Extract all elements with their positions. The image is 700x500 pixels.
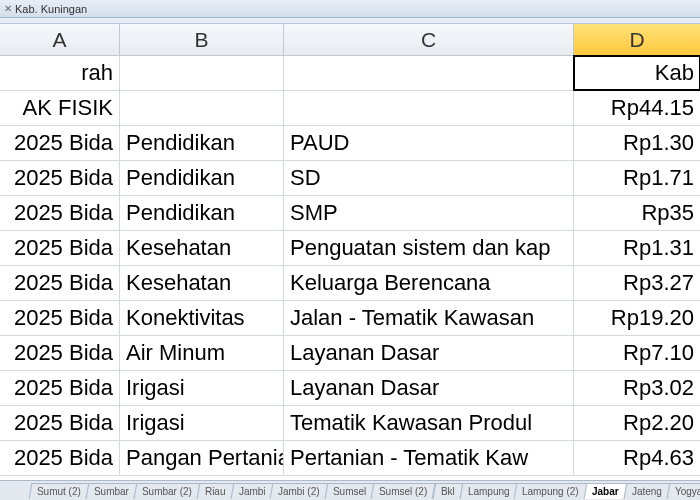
sheet-tab[interactable]: Lampung (2) (514, 483, 588, 499)
cell-b[interactable]: Pangan Pertanian (120, 441, 284, 475)
cell-c[interactable]: SMP (284, 196, 574, 230)
sheet-tab[interactable]: Sumsel (2) (371, 483, 436, 499)
table-row: 2025 BidaKonektivitasJalan - Tematik Kaw… (0, 301, 700, 336)
cell-b[interactable]: Air Minum (120, 336, 284, 370)
col-header-a[interactable]: A (0, 24, 120, 55)
cell-a[interactable]: 2025 Bida (0, 231, 120, 265)
sheet-tab[interactable]: Sumsel (324, 483, 374, 499)
cell-b[interactable]: Konektivitas (120, 301, 284, 335)
table-row: AK FISIKRp44.15 (0, 91, 700, 126)
cell-c[interactable]: SD (284, 161, 574, 195)
spreadsheet-grid[interactable]: A B C D rahKabAK FISIKRp44.15 2025 BidaP… (0, 24, 700, 476)
cell-a[interactable]: 2025 Bida (0, 371, 120, 405)
cell-a[interactable]: 2025 Bida (0, 441, 120, 475)
title-bar: ✕ Kab. Kuningan (0, 0, 700, 18)
window-title: Kab. Kuningan (15, 3, 87, 15)
sheet-tab[interactable]: Bkl (432, 483, 463, 499)
sheet-tab[interactable]: Lampung (459, 483, 518, 499)
cell-a[interactable]: 2025 Bida (0, 336, 120, 370)
table-row: 2025 BidaPendidikanPAUDRp1.30 (0, 126, 700, 161)
cell-a[interactable]: 2025 Bida (0, 406, 120, 440)
cell-a[interactable]: 2025 Bida (0, 301, 120, 335)
cell-b[interactable]: Pendidikan (120, 161, 284, 195)
close-icon[interactable]: ✕ (4, 3, 12, 14)
sheet-tab[interactable]: Riau (197, 483, 234, 499)
cell-d[interactable]: Rp1.71 (574, 161, 700, 195)
cell-c[interactable] (284, 56, 574, 90)
cell-d[interactable]: Rp3.27 (574, 266, 700, 300)
sheet-tab[interactable]: Jambi (230, 483, 274, 499)
cell-b[interactable] (120, 56, 284, 90)
cell-d[interactable]: Rp7.10 (574, 336, 700, 370)
cell-d[interactable]: Rp19.20 (574, 301, 700, 335)
table-row: 2025 BidaKesehatanPenguatan sistem dan k… (0, 231, 700, 266)
cell-b[interactable]: Kesehatan (120, 266, 284, 300)
table-row: 2025 BidaPendidikanSMPRp35 (0, 196, 700, 231)
table-row: 2025 BidaPangan PertanianPertanian - Tem… (0, 441, 700, 476)
sheet-tab[interactable]: Sumut (2) (29, 483, 90, 499)
cell-c[interactable]: Tematik Kawasan Produl (284, 406, 574, 440)
cell-a[interactable]: rah (0, 56, 120, 90)
cell-c[interactable]: Penguatan sistem dan kap (284, 231, 574, 265)
sheet-tab[interactable]: Jabar (584, 483, 628, 499)
sheet-tabs: Sumut (2)SumbarSumbar (2)RiauJambiJambi … (0, 480, 700, 500)
cell-a[interactable]: 2025 Bida (0, 266, 120, 300)
cell-d[interactable]: Rp35 (574, 196, 700, 230)
cell-b[interactable]: Irigasi (120, 406, 284, 440)
sheet-tab[interactable]: Yogya (666, 483, 700, 499)
table-row: 2025 BidaIrigasiTematik Kawasan ProdulRp… (0, 406, 700, 441)
cell-c[interactable]: PAUD (284, 126, 574, 160)
column-headers: A B C D (0, 24, 700, 56)
cell-d[interactable]: Rp2.20 (574, 406, 700, 440)
table-row: 2025 BidaPendidikanSDRp1.71 (0, 161, 700, 196)
cell-d[interactable]: Rp4.63 (574, 441, 700, 475)
cell-b[interactable] (120, 91, 284, 125)
col-header-b[interactable]: B (120, 24, 284, 55)
table-row: 2025 BidaKesehatanKeluarga BerencanaRp3.… (0, 266, 700, 301)
cell-d[interactable]: Rp1.31 (574, 231, 700, 265)
cell-a[interactable]: AK FISIK (0, 91, 120, 125)
cell-b[interactable]: Pendidikan (120, 126, 284, 160)
table-row: rahKab (0, 56, 700, 91)
cell-c[interactable]: Pertanian - Tematik Kaw (284, 441, 574, 475)
cell-c[interactable]: Keluarga Berencana (284, 266, 574, 300)
cell-d[interactable]: Rp3.02 (574, 371, 700, 405)
cell-c[interactable]: Layanan Dasar (284, 371, 574, 405)
cell-d[interactable]: Rp1.30 (574, 126, 700, 160)
table-row: 2025 BidaAir MinumLayanan DasarRp7.10 (0, 336, 700, 371)
table-row: 2025 BidaIrigasiLayanan DasarRp3.02 (0, 371, 700, 406)
col-header-c[interactable]: C (284, 24, 574, 55)
cell-c[interactable]: Layanan Dasar (284, 336, 574, 370)
sheet-tab[interactable]: Sumbar (85, 483, 137, 499)
cell-a[interactable]: 2025 Bida (0, 161, 120, 195)
cell-b[interactable]: Irigasi (120, 371, 284, 405)
cell-c[interactable]: Jalan - Tematik Kawasan (284, 301, 574, 335)
cell-d[interactable]: Rp44.15 (574, 91, 700, 125)
col-header-d[interactable]: D (574, 24, 700, 55)
cell-a[interactable]: 2025 Bida (0, 126, 120, 160)
cell-c[interactable] (284, 91, 574, 125)
sheet-tab[interactable]: Jambi (2) (270, 483, 329, 499)
cell-b[interactable]: Kesehatan (120, 231, 284, 265)
cell-b[interactable]: Pendidikan (120, 196, 284, 230)
sheet-tab[interactable]: Jateng (623, 483, 670, 499)
cell-a[interactable]: 2025 Bida (0, 196, 120, 230)
cell-d[interactable]: Kab (574, 56, 700, 90)
sheet-tab[interactable]: Sumbar (2) (134, 483, 201, 499)
